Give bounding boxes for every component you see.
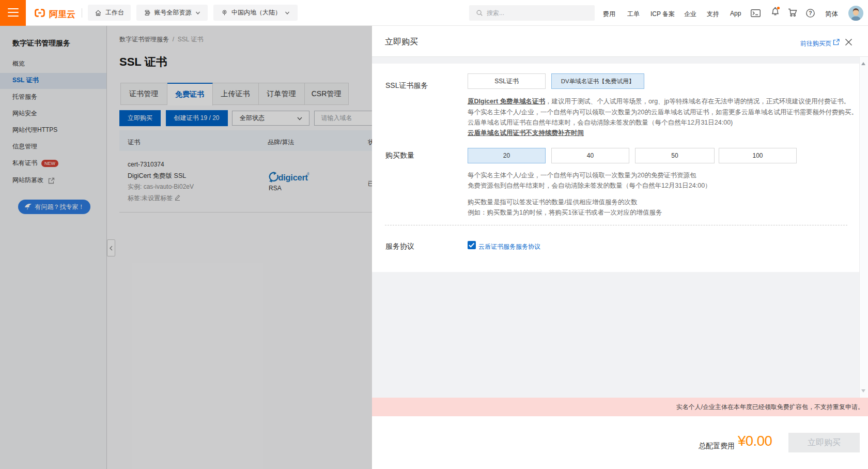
svg-text:?: ? — [809, 10, 812, 16]
